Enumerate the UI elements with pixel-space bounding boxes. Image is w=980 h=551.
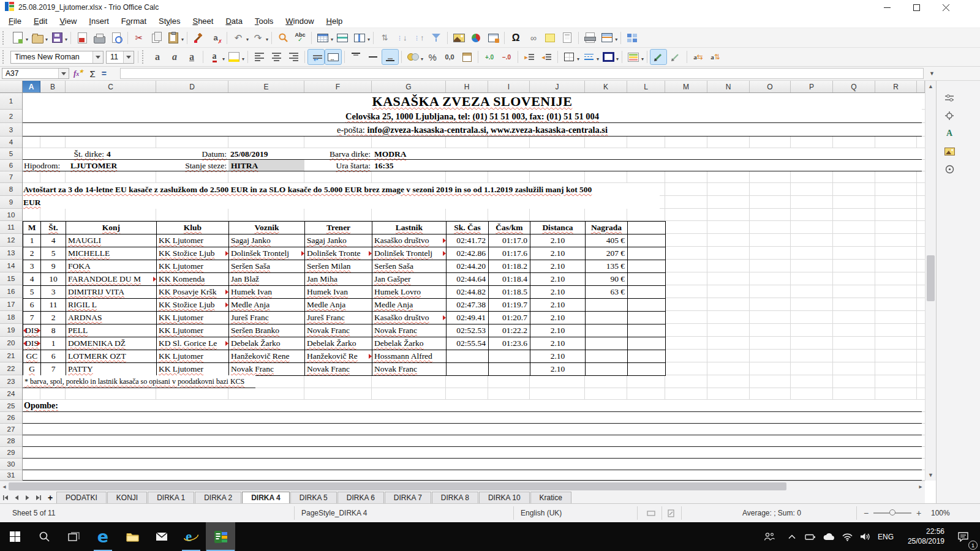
result-cell[interactable]: 4	[23, 273, 41, 286]
align-right-icon[interactable]	[285, 50, 301, 64]
zoom-in-icon[interactable]: +	[916, 504, 921, 522]
row-header-28[interactable]: 28	[0, 435, 22, 447]
row-header-22[interactable]: 22	[0, 362, 22, 375]
sort-za-icon[interactable]: a⇅	[707, 50, 723, 64]
result-cell[interactable]: 01:19.7	[489, 299, 530, 312]
result-cell[interactable]: Debelak Žarko	[305, 337, 372, 350]
result-cell[interactable]: 2.10	[530, 273, 586, 286]
result-cell-empty[interactable]	[628, 260, 666, 273]
result-cell[interactable]: 9	[41, 260, 66, 273]
menu-help[interactable]: Help	[320, 15, 349, 28]
result-cell[interactable]: 01:17.6	[489, 247, 530, 260]
row-header-26[interactable]: 26	[0, 412, 22, 424]
merge-cells-icon[interactable]: ↔	[325, 50, 341, 64]
chevron-down-icon[interactable]: ▾	[421, 56, 423, 62]
result-cell[interactable]: PELL	[66, 324, 157, 337]
result-cell[interactable]	[489, 363, 530, 376]
insert-image-icon[interactable]	[451, 31, 467, 45]
result-cell[interactable]: Humek Ivan	[229, 286, 305, 299]
menu-sheet[interactable]: Sheet	[186, 15, 219, 28]
indent-decrease-icon[interactable]: ◂	[538, 50, 554, 64]
horizontal-scroll-thumb[interactable]	[9, 482, 786, 490]
language[interactable]: English (UK)	[521, 504, 562, 522]
row-header-12[interactable]: 12	[0, 234, 22, 247]
font-size-select[interactable]: 11	[106, 51, 134, 64]
result-cell[interactable]: Medle Anja	[372, 299, 447, 312]
result-cell[interactable]: 3	[41, 286, 66, 299]
result-cell[interactable]	[586, 337, 628, 350]
result-cell-empty[interactable]	[628, 337, 666, 350]
result-cell[interactable]: 6	[41, 350, 66, 363]
equals-icon[interactable]: =	[102, 69, 107, 78]
result-cell[interactable]: 2.10	[530, 337, 586, 350]
result-cell[interactable]: 02:47.38	[447, 299, 489, 312]
currency-icon[interactable]	[405, 50, 421, 64]
result-cell[interactable]: KK Ljutomer	[157, 312, 229, 324]
result-cell[interactable]: KK Stožice Ljub	[157, 299, 229, 312]
result-cell[interactable]: KK Stožice Ljub	[157, 247, 229, 260]
result-cell[interactable]: 01:18.4	[489, 273, 530, 286]
menu-styles[interactable]: Styles	[153, 15, 186, 28]
result-cell[interactable]	[586, 312, 628, 324]
sheet-tab-dirka-1[interactable]: DIRKA 1	[148, 492, 194, 503]
result-cell-empty[interactable]	[628, 273, 666, 286]
align-center-icon[interactable]	[268, 50, 284, 64]
menu-tools[interactable]: Tools	[249, 15, 279, 28]
align-bottom-icon[interactable]	[382, 50, 398, 64]
new-document-icon[interactable]	[10, 31, 26, 45]
result-cell[interactable]: 1	[23, 234, 41, 247]
result-cell[interactable]: Medle Anja	[229, 299, 305, 312]
align-left-icon[interactable]	[251, 50, 267, 64]
result-cell-empty[interactable]	[628, 234, 666, 247]
chevron-down-icon[interactable]: ▾	[597, 56, 599, 62]
redo-icon[interactable]: ↷	[250, 31, 266, 45]
print-area-icon[interactable]	[582, 31, 598, 45]
result-cell[interactable]	[489, 350, 530, 363]
clear-formatting-icon[interactable]: a✗	[208, 31, 224, 45]
edge-icon[interactable]: e	[88, 522, 118, 551]
scroll-right-icon[interactable]: ▸	[916, 481, 925, 492]
spelling-icon[interactable]: Abc✓	[292, 31, 308, 45]
result-cell[interactable]: Kasaško društvo	[372, 312, 447, 324]
borders-icon[interactable]	[561, 50, 577, 64]
border-style-icon[interactable]	[581, 50, 597, 64]
result-cell[interactable]: 02:52.53	[447, 324, 489, 337]
column-header-J[interactable]: J	[530, 81, 585, 92]
results-header-6[interactable]: Lastnik	[372, 222, 447, 234]
special-character-icon[interactable]: Ω	[508, 31, 524, 45]
split-window-icon[interactable]	[624, 31, 640, 45]
column-header-F[interactable]: F	[304, 81, 372, 92]
properties-icon[interactable]	[941, 108, 957, 123]
result-cell[interactable]: Debelak Žarko	[229, 337, 305, 350]
chevron-down-icon[interactable]: ▾	[242, 56, 244, 62]
styles-icon[interactable]: A	[941, 126, 957, 141]
result-cell[interactable]: 2.10	[530, 234, 586, 247]
insert-chart-icon[interactable]	[468, 31, 484, 45]
battery-icon[interactable]	[801, 522, 820, 551]
column-header-Q[interactable]: Q	[833, 81, 875, 92]
pen-edit-icon[interactable]	[650, 50, 666, 64]
row-header-15[interactable]: 15	[0, 272, 22, 285]
result-cell-empty[interactable]	[628, 312, 666, 324]
result-cell[interactable]: 5	[23, 286, 41, 299]
results-header-9[interactable]: Distanca	[530, 222, 586, 234]
result-cell[interactable]	[447, 363, 489, 376]
result-cell[interactable]: DIS	[23, 324, 41, 337]
result-cell[interactable]: Novak Franc	[229, 363, 305, 376]
onedrive-cloud-icon[interactable]	[820, 522, 838, 551]
chevron-down-icon[interactable]: ▾	[616, 56, 619, 62]
align-top-icon[interactable]	[348, 50, 364, 64]
chevron-down-icon[interactable]: ▾	[641, 56, 644, 62]
pen-draw-icon[interactable]	[668, 50, 684, 64]
print-icon[interactable]	[91, 31, 107, 45]
row-header-5[interactable]: 5	[0, 148, 22, 160]
wifi-icon[interactable]	[838, 522, 856, 551]
result-cell[interactable]: 3	[23, 260, 41, 273]
result-cell[interactable]: 01:18.5	[489, 286, 530, 299]
column-header-N[interactable]: N	[707, 81, 750, 92]
result-cell[interactable]: 01:18.2	[489, 260, 530, 273]
column-header-K[interactable]: K	[585, 81, 627, 92]
result-cell[interactable]: ARDNAS	[66, 312, 157, 324]
gallery-icon[interactable]	[941, 144, 957, 159]
sheet-tab-dirka-7[interactable]: DIRKA 7	[385, 492, 431, 503]
